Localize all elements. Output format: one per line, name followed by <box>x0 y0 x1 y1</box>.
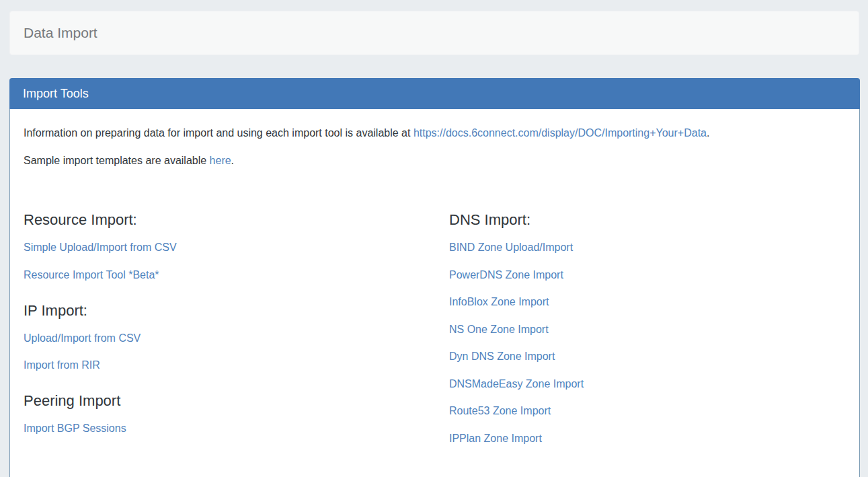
left-column: Resource Import:Simple Upload/Import fro… <box>24 191 449 459</box>
link-ipplan-zone-import[interactable]: IPPlan Zone Import <box>449 432 542 445</box>
section-heading-dns-import: DNS Import: <box>449 211 846 229</box>
link-dyn-dns-zone-import[interactable]: Dyn DNS Zone Import <box>449 350 555 363</box>
intro-line-1: Information on preparing data for import… <box>24 125 846 141</box>
section-heading-resource-import: Resource Import: <box>24 211 449 229</box>
import-columns: Resource Import:Simple Upload/Import fro… <box>24 191 846 459</box>
docs-link[interactable]: https://docs.6connect.com/display/DOC/Im… <box>413 127 707 139</box>
intro-line-1-prefix: Information on preparing data for import… <box>24 127 413 139</box>
intro-text: Information on preparing data for import… <box>24 125 846 169</box>
link-upload-import-from-csv[interactable]: Upload/Import from CSV <box>24 332 141 345</box>
section-heading-peering-import: Peering Import <box>24 392 449 410</box>
link-powerdns-zone-import[interactable]: PowerDNS Zone Import <box>449 268 563 282</box>
section-heading-ip-import: IP Import: <box>24 302 449 320</box>
templates-here-link[interactable]: here <box>210 155 231 166</box>
page-title: Data Import <box>24 25 97 41</box>
panel-body: Information on preparing data for import… <box>9 109 860 477</box>
link-route53-zone-import[interactable]: Route53 Zone Import <box>449 404 551 418</box>
link-bind-zone-upload-import[interactable]: BIND Zone Upload/Import <box>449 241 573 254</box>
link-dnsmadeeasy-zone-import[interactable]: DNSMadeEasy Zone Import <box>449 377 584 391</box>
panel-header-title: Import Tools <box>23 87 89 101</box>
link-simple-upload-import-from-csv[interactable]: Simple Upload/Import from CSV <box>24 241 177 254</box>
link-ns-one-zone-import[interactable]: NS One Zone Import <box>449 323 549 336</box>
link-infoblox-zone-import[interactable]: InfoBlox Zone Import <box>449 295 549 309</box>
import-tools-panel: Import Tools Information on preparing da… <box>9 78 860 477</box>
link-resource-import-tool-beta[interactable]: Resource Import Tool *Beta* <box>24 268 159 282</box>
intro-line-1-suffix: . <box>707 127 709 139</box>
page-title-bar: Data Import <box>9 11 859 55</box>
link-import-from-rir[interactable]: Import from RIR <box>24 359 100 372</box>
panel-header: Import Tools <box>9 78 860 109</box>
right-column: DNS Import:BIND Zone Upload/ImportPowerD… <box>449 191 846 459</box>
intro-line-2: Sample import templates are available he… <box>24 153 846 169</box>
link-import-bgp-sessions[interactable]: Import BGP Sessions <box>24 422 126 435</box>
intro-line-2-suffix: . <box>231 155 234 166</box>
intro-line-2-prefix: Sample import templates are available <box>24 155 210 166</box>
